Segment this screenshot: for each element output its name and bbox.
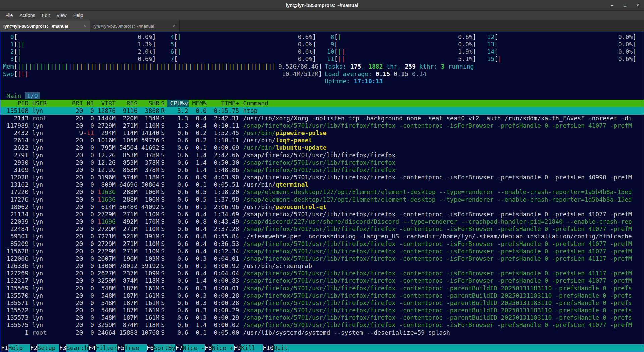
meter-tick: | — [17, 48, 21, 55]
cell-pri: 20 — [68, 240, 83, 248]
fkey-f3[interactable]: F3Search — [59, 344, 88, 352]
cell-cmd: /snap/firefox/5701/usr/lib/firefox/firef… — [243, 321, 644, 329]
cell-cmd: /snap/firefox/5701/usr/lib/firefox/firef… — [243, 211, 644, 218]
fkey-f7[interactable]: F7Nice - — [175, 344, 205, 352]
cell-mem: 0.4 — [189, 248, 207, 255]
column-header-virt[interactable]: VIRT — [94, 100, 116, 107]
process-row[interactable]: 17220lyn2001163G288M106MS0.60.51:18.20/s… — [0, 188, 644, 196]
column-header-res[interactable]: RES — [116, 100, 138, 107]
process-row[interactable]: 22484lyn2002729M271M110MS0.60.42:37.28/s… — [0, 225, 644, 233]
process-row[interactable]: 127269lyn2002627M237M109MS0.60.40:04.04/… — [0, 270, 644, 277]
menu-item-help[interactable]: Help — [70, 12, 87, 19]
process-row[interactable]: 135569lyn200548M187M161MS0.60.30:00.01/s… — [0, 284, 644, 292]
process-row[interactable]: 122006lyn2002607M196M103MS0.60.30:04.01/… — [0, 255, 644, 262]
process-row[interactable]: 135572lyn200548M187M161MS0.60.30:00.29/s… — [0, 307, 644, 314]
cell-pri: 20 — [68, 233, 83, 240]
process-row[interactable]: 115628lyn2002729M271M110MS0.60.40:12.34/… — [0, 248, 644, 255]
process-row[interactable]: 3109lyn20012.2G853M378MS0.61.41:48.86/sn… — [0, 166, 644, 174]
tab-close-icon[interactable]: ✕ — [83, 24, 86, 28]
window-title: lyn@lyn-b850mprors: ~/manual — [286, 3, 358, 8]
terminal-viewport[interactable]: 0[0.0%]4[|0.6%]8[|0.6%]12[0.0%]1[||1.3%]… — [0, 32, 644, 352]
maximize-button[interactable]: □ — [622, 3, 628, 8]
cell-pri: 20 — [68, 307, 83, 314]
cell-pri: 20 — [68, 203, 83, 211]
fkey-f4[interactable]: F4Filter — [88, 344, 117, 352]
minimize-button[interactable]: – — [609, 3, 615, 8]
column-header-s[interactable]: S — [159, 100, 167, 107]
process-row[interactable]: 17276lyn2001163G288M106MS0.60.51:37.99/s… — [0, 196, 644, 203]
process-row[interactable]: 2143root2001444M220M134MS1.30.42:42.31/u… — [0, 115, 644, 122]
cell-res: 196M — [116, 255, 138, 262]
meter-tick: |||||||||||||| — [17, 63, 68, 70]
column-header-cmd[interactable]: Command — [243, 100, 644, 107]
fkey-number: F7 — [175, 344, 183, 352]
menu-item-actions[interactable]: Actions — [16, 12, 39, 19]
process-row[interactable]: 2432lyn9-11294M114M14140S0.60.21:52.45/u… — [0, 129, 644, 137]
fkey-f5[interactable]: F5Tree — [117, 344, 147, 352]
meter-tick: | — [338, 48, 341, 55]
cell-user: root — [32, 115, 68, 122]
cell-cmd: /snap/firefox/5701/usr/lib/firefox/firef… — [243, 255, 644, 262]
process-row[interactable]: 13162lyn200809M6469650864S0.60.10:05.51/… — [0, 181, 644, 188]
cell-time: 0:36.53 — [207, 240, 239, 248]
cell-mem: 1.4 — [189, 277, 207, 284]
cell-cmd: /usr/lib/xorg/Xorg -nolisten tcp -backgr… — [243, 115, 644, 122]
cell-mem: 0.8 — [189, 233, 207, 240]
process-row[interactable]: 135575lyn2003259M874M118MS0.61.40:00.02/… — [0, 321, 644, 329]
process-row[interactable]: 85209lyn2002729M271M110MS0.60.40:36.53/s… — [0, 240, 644, 248]
htop-tab-io[interactable]: I/O — [25, 92, 40, 99]
cell-time: 0:55.84 — [207, 233, 239, 240]
fkey-f8[interactable]: F8Nice + — [205, 344, 234, 352]
process-row[interactable]: 126336lyn2001300M7801259192S0.60.10:00.9… — [0, 262, 644, 270]
process-row[interactable]: 135573lyn200548M187M161MS0.60.30:00.29/s… — [0, 314, 644, 321]
fkey-f9[interactable]: F9Kill — [234, 344, 263, 352]
process-row[interactable]: 12028lyn2003196M574M118MS0.60.94:03.90/s… — [0, 174, 644, 181]
process-row[interactable]: 21134lyn2002729M271M110MS0.60.41:34.69/s… — [0, 211, 644, 218]
process-row[interactable]: 2622lyn200795M5456441692S0.60.10:00.69/u… — [0, 144, 644, 151]
process-row[interactable]: 135570lyn200548M187M161MS0.60.30:00.28/s… — [0, 292, 644, 299]
column-header-mem[interactable]: MEM% — [189, 100, 207, 107]
column-header-time[interactable]: TIME+ — [207, 100, 239, 107]
process-row[interactable]: 18062lyn200614M5648044092S0.60.12:06.96/… — [0, 203, 644, 211]
process-row-selected[interactable]: 135108lyn2001287691163868R3.20.00:15.75h… — [0, 107, 644, 115]
cell-ni: 0 — [83, 225, 94, 233]
htop-tab-main[interactable]: Main — [7, 92, 21, 99]
fkey-f10[interactable]: F10Quit — [263, 344, 296, 352]
fkey-bar-fill — [296, 344, 644, 352]
cell-s: S — [159, 329, 167, 336]
terminal-tab-2[interactable]: lyn@lyn-b850mprors: ~/manual✕ — [90, 20, 180, 32]
column-header-pri[interactable]: PRI — [68, 100, 83, 107]
process-row[interactable]: 2930lyn20012.2G853M378MS0.61.40:50.30/sn… — [0, 159, 644, 166]
process-row[interactable]: 117989lyn2002729M271M110MS1.30.40:10.11/… — [0, 122, 644, 129]
process-row[interactable]: 2791lyn20012.2G853M378MS0.61.42:42.66/sn… — [0, 151, 644, 159]
cell-pid: 2622 — [3, 144, 29, 151]
cell-res: 9116 — [116, 107, 138, 115]
process-row[interactable]: 22039lyn2001169G492M170MS0.60.80:43.49/s… — [0, 218, 644, 225]
process-row[interactable]: 132317lyn2003259M874M118MS0.61.40:00.83/… — [0, 277, 644, 284]
tab-close-icon[interactable]: ✕ — [173, 24, 176, 28]
column-header-ni[interactable]: NI — [83, 100, 94, 107]
cell-time: 1:10.11 — [207, 137, 239, 144]
menu-item-edit[interactable]: Edit — [38, 12, 53, 19]
column-header-cpu[interactable]: CPU%▽ — [167, 100, 189, 107]
cell-ni: 0 — [83, 218, 94, 225]
menu-item-file[interactable]: File — [2, 12, 16, 19]
column-header-pid[interactable]: PID — [3, 100, 29, 107]
process-row[interactable]: 1root200246641588810768S0.60.10:05.00/us… — [0, 329, 644, 336]
terminal-tab-1[interactable]: lyn@lyn-b850mprors: ~/manual✕ — [0, 20, 90, 32]
menu-item-view[interactable]: View — [53, 12, 70, 19]
cell-ni: 0 — [83, 107, 94, 115]
cell-user: lyn — [32, 284, 68, 292]
column-header-user[interactable]: USER — [32, 100, 68, 107]
cpu-meter-2: 2[|2.0%] — [3, 48, 163, 55]
process-row[interactable]: 59301lyn2007271M521M391MS0.60.80:55.84./… — [0, 233, 644, 240]
column-header-shr[interactable]: SHR — [138, 100, 159, 107]
process-row[interactable]: 2614lyn2001016M105M59776S0.60.21:10.11/u… — [0, 137, 644, 144]
fkey-f2[interactable]: F2Setup — [30, 344, 59, 352]
process-row[interactable]: 135571lyn200548M187M161MS0.60.30:00.28/s… — [0, 299, 644, 307]
fkey-f1[interactable]: F1Help — [1, 344, 30, 352]
fkey-f6[interactable]: F6SortBy — [147, 344, 176, 352]
cell-cpu: 0.6 — [167, 307, 189, 314]
close-button[interactable]: ✕ — [635, 3, 641, 8]
cell-s: S — [159, 262, 167, 270]
